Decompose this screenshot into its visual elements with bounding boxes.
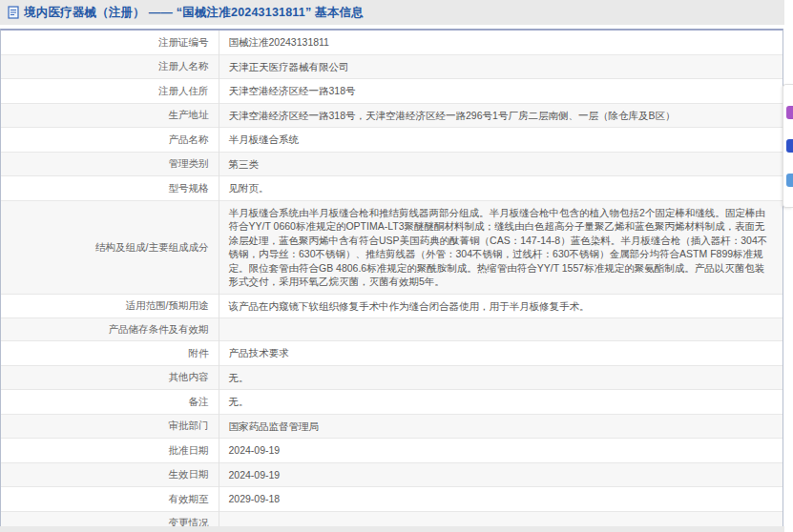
row-value: 无。	[219, 390, 783, 415]
table-row: 注册人住所 天津空港经济区经一路318号	[1, 79, 783, 104]
row-label: 产品储存条件及有效期	[1, 318, 219, 341]
row-label: 产品名称	[1, 128, 219, 153]
row-value: 天津空港经济区经一路318号	[219, 79, 783, 104]
row-label-text: 附件	[189, 347, 209, 358]
registration-info-table-container: 注册证编号 国械注准20243131811 注册人名称 天津正天医疗器械有限公司…	[0, 29, 783, 532]
row-label-text: 注册人名称	[158, 60, 209, 72]
info-table-body: 注册证编号 国械注准20243131811 注册人名称 天津正天医疗器械有限公司…	[1, 31, 783, 532]
row-label: 生效日期	[1, 462, 219, 487]
row-value: 半月板缝合系统由半月板缝合枪和推结剪线器两部分组成。半月板缝合枪中包含的植入物包…	[219, 200, 783, 294]
row-label: 型号规格	[1, 176, 219, 201]
row-label-text: 生效日期	[169, 468, 209, 480]
table-row: 产品名称 半月板缝合系统	[1, 128, 783, 153]
row-label-text: 注册人住所	[158, 85, 209, 96]
row-value: 天津正天医疗器械有限公司	[219, 54, 783, 79]
row-label: 有效期至	[1, 487, 219, 512]
row-label: 附件	[1, 341, 219, 366]
row-value: 2024-09-19	[219, 439, 783, 463]
row-label-text: 型号规格	[169, 182, 209, 194]
row-label-text: 有效期至	[169, 493, 209, 504]
row-label-text: 其他内容	[169, 371, 209, 382]
table-row: 产品储存条件及有效期	[1, 318, 783, 341]
row-value: 半月板缝合系统	[219, 128, 783, 153]
table-row: 生效日期 2024-09-19	[1, 462, 783, 487]
row-label-text: 审批部门	[169, 419, 209, 431]
row-value: 无。	[219, 365, 783, 390]
document-icon	[8, 6, 19, 19]
row-value: 国家药品监督管理局	[219, 414, 783, 439]
row-value: 国械注准20243131811	[219, 31, 783, 54]
row-label: 审批部门	[1, 414, 219, 439]
table-row: 结构及组成/主要组成成分 半月板缝合系统由半月板缝合枪和推结剪线器两部分组成。半…	[1, 200, 783, 294]
row-label-text: 备注	[189, 396, 209, 407]
row-label: 注册人名称	[1, 54, 219, 79]
row-value: 第三类	[219, 152, 783, 176]
table-row: 附件 产品技术要求	[1, 341, 783, 366]
row-value: 见附页。	[219, 176, 783, 201]
row-label-text: 批准日期	[169, 444, 209, 456]
row-label-text: 管理类别	[169, 157, 209, 169]
row-label: 结构及组成/主要组成成分	[1, 200, 219, 294]
breadcrumb-bar: 境内医疗器械（注册） —— “国械注准20243131811” 基本信息	[0, 0, 784, 25]
page-bottom-strip	[0, 526, 784, 532]
share-icon-2[interactable]	[786, 139, 793, 153]
row-value: 2029-09-18	[219, 487, 783, 512]
row-value	[219, 318, 783, 341]
share-icon-3[interactable]	[786, 174, 793, 187]
row-label-text: 产品名称	[169, 133, 209, 145]
row-label-text: 结构及组成/主要组成成分	[95, 241, 208, 253]
page-title: 境内医疗器械（注册） —— “国械注准20243131811” 基本信息	[24, 5, 364, 21]
share-toolbar	[783, 84, 793, 208]
row-label-text: 注册证编号	[158, 36, 209, 48]
row-label-text: 产品储存条件及有效期	[109, 323, 209, 335]
table-row: 其他内容 无。	[1, 365, 783, 390]
table-row: 有效期至 2029-09-18	[1, 487, 783, 512]
row-value: 产品技术要求	[219, 341, 783, 366]
row-label-text: 生产地址	[169, 109, 209, 120]
row-label: 注册证编号	[1, 31, 219, 54]
row-label: 批准日期	[1, 439, 219, 463]
table-row: 批准日期 2024-09-19	[1, 439, 783, 463]
row-value: 该产品在内窥镜下软组织修复手术中作为缝合闭合器使用，用于半月板修复手术。	[219, 294, 783, 318]
registration-info-table: 注册证编号 国械注准20243131811 注册人名称 天津正天医疗器械有限公司…	[1, 31, 783, 532]
row-label: 注册人住所	[1, 79, 219, 104]
table-row: 审批部门 国家药品监督管理局	[1, 414, 783, 439]
table-row: 注册人名称 天津正天医疗器械有限公司	[1, 54, 783, 79]
row-label-text: 适用范围/预期用途	[126, 299, 209, 311]
row-label: 管理类别	[1, 152, 219, 176]
row-label: 备注	[1, 390, 219, 415]
row-label: 其他内容	[1, 365, 219, 390]
table-row: 适用范围/预期用途 该产品在内窥镜下软组织修复手术中作为缝合闭合器使用，用于半月…	[1, 294, 783, 318]
row-value: 2024-09-19	[219, 462, 783, 487]
row-label: 生产地址	[1, 103, 219, 128]
row-label: 适用范围/预期用途	[1, 294, 219, 318]
table-row: 注册证编号 国械注准20243131811	[1, 31, 783, 54]
table-row: 备注 无。	[1, 390, 783, 415]
table-row: 型号规格 见附页。	[1, 176, 783, 201]
table-row: 管理类别 第三类	[1, 152, 783, 176]
row-value: 天津空港经济区经一路318号，天津空港经济区经一路296号1号厂房二层南侧、一层…	[219, 103, 783, 128]
table-row: 生产地址 天津空港经济区经一路318号，天津空港经济区经一路296号1号厂房二层…	[1, 103, 783, 128]
share-icon-1[interactable]	[786, 106, 793, 119]
page: 境内医疗器械（注册） —— “国械注准20243131811” 基本信息 注册证…	[0, 0, 793, 532]
